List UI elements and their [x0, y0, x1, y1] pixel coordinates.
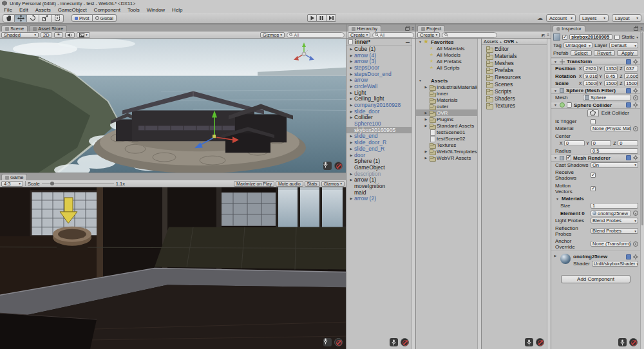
- project-tree-item[interactable]: testScene02: [416, 135, 477, 142]
- game-viewport[interactable]: [0, 187, 346, 349]
- chevron-down-icon[interactable]: ▾: [636, 35, 638, 39]
- radius-field[interactable]: 0.5: [591, 148, 638, 154]
- gear-icon[interactable]: [633, 59, 638, 64]
- folder-item[interactable]: Editor: [482, 45, 547, 52]
- motion-vectors-checkbox[interactable]: [591, 186, 596, 191]
- cloud-icon[interactable]: ☁: [537, 15, 543, 21]
- prefab-revert-button[interactable]: Revert: [594, 50, 615, 56]
- help-icon[interactable]: [626, 155, 631, 160]
- menu-icon[interactable]: ≡: [412, 26, 414, 30]
- help-icon[interactable]: [626, 254, 631, 259]
- microphone-icon[interactable]: [390, 338, 398, 346]
- microphone-icon[interactable]: [323, 162, 332, 170]
- add-component-button[interactable]: Add Component: [561, 275, 630, 283]
- hierarchy-item[interactable]: ▶ circleWall: [346, 83, 412, 90]
- foldout-arrow-icon[interactable]: ▼: [553, 60, 558, 64]
- foldout-arrow-icon[interactable]: ▼: [553, 156, 558, 160]
- expand-arrow-icon[interactable]: ▶: [349, 147, 354, 151]
- hierarchy-item[interactable]: ▶ slide_door: [346, 108, 412, 115]
- expand-arrow-icon[interactable]: ▶: [349, 53, 354, 57]
- gear-icon[interactable]: [633, 155, 638, 160]
- z-value-field[interactable]: 637: [624, 66, 638, 71]
- anchor-override-field[interactable]: None (Transform): [591, 241, 631, 247]
- menu-item[interactable]: Help: [172, 7, 182, 13]
- object-picker-icon[interactable]: [633, 95, 638, 100]
- list-icon[interactable]: ≡: [547, 33, 549, 37]
- cast-shadows-dropdown[interactable]: On▾: [591, 162, 638, 168]
- expand-arrow-icon[interactable]: ▶: [349, 109, 354, 113]
- expand-arrow-icon[interactable]: ▶: [349, 47, 354, 51]
- aspect-ratio-dropdown[interactable]: 4:3▾: [1, 181, 23, 187]
- sphere-collider-header[interactable]: ▼ Sphere Collider: [551, 102, 640, 109]
- scene-search-input[interactable]: [294, 33, 342, 37]
- foldout-arrow-icon[interactable]: ▼: [555, 197, 560, 201]
- hierarchy-item[interactable]: moveIgnition: [346, 183, 412, 189]
- tab-asset-store[interactable]: Asset Store: [29, 25, 67, 32]
- effects-dropdown-button[interactable]: ▾: [77, 32, 90, 38]
- z-value-field[interactable]: 2.606: [624, 73, 638, 79]
- hierarchy-item[interactable]: Sphere (1): [346, 158, 412, 164]
- expand-arrow-icon[interactable]: ▶: [349, 115, 354, 119]
- expand-arrow-icon[interactable]: ▶: [349, 84, 354, 88]
- expand-arrow-icon[interactable]: ▼: [418, 79, 422, 82]
- maximize-on-play-button[interactable]: Maximize on Play: [234, 181, 274, 187]
- layout-dropdown[interactable]: Layout▾: [612, 14, 641, 22]
- play-button[interactable]: [307, 14, 317, 22]
- prefab-apply-button[interactable]: Apply: [617, 50, 638, 56]
- project-tree-item[interactable]: ▶ Standard Assets: [416, 122, 477, 129]
- component-enabled-checkbox[interactable]: [566, 155, 571, 160]
- hierarchy-item[interactable]: ▶ Ceiling_light: [346, 96, 412, 102]
- object-picker-icon[interactable]: [633, 211, 638, 216]
- x-value-field[interactable]: 150000: [583, 80, 598, 86]
- hierarchy-item[interactable]: ▶ description: [346, 171, 412, 177]
- expand-arrow-icon[interactable]: ▶: [349, 103, 354, 107]
- project-tree-item[interactable]: ▶ WebGLTemplates: [416, 148, 477, 155]
- record-disabled-icon[interactable]: [629, 338, 638, 346]
- mesh-field[interactable]: Sphere: [583, 95, 631, 100]
- shading-mode-dropdown[interactable]: Shaded▾: [1, 32, 39, 38]
- folder-item[interactable]: Shaders: [482, 95, 547, 102]
- hierarchy-item[interactable]: ▶ door: [346, 152, 412, 158]
- game-gizmos-dropdown[interactable]: Gizmos▾: [321, 181, 345, 187]
- slider-knob[interactable]: [50, 182, 54, 185]
- pause-button[interactable]: [317, 14, 327, 22]
- menu-icon[interactable]: ≡: [640, 26, 643, 30]
- object-picker-icon[interactable]: [633, 126, 638, 131]
- audio-toggle-button[interactable]: [65, 32, 75, 38]
- hierarchy-item[interactable]: ▶ arrow (2): [346, 196, 412, 202]
- folder-item[interactable]: Resources: [482, 73, 547, 80]
- hierarchy-item[interactable]: GameObject: [346, 164, 412, 171]
- help-icon[interactable]: [626, 88, 631, 93]
- project-search[interactable]: [442, 32, 497, 38]
- breadcrumb-current[interactable]: OVR: [504, 39, 514, 44]
- shader-dropdown[interactable]: Unlit/skyboxShader▾: [592, 261, 638, 267]
- tab-game[interactable]: Game: [1, 174, 27, 180]
- tab-project[interactable]: Project: [417, 25, 445, 32]
- record-disabled-icon[interactable]: [536, 338, 544, 346]
- scene-gizmos-dropdown[interactable]: Gizmos▾: [260, 32, 285, 38]
- folder-item[interactable]: Meshes: [482, 59, 547, 66]
- pivot-toggle-button[interactable]: Pivot: [71, 14, 93, 22]
- folder-item[interactable]: Materials: [482, 52, 547, 59]
- breadcrumb-root[interactable]: Assets: [484, 39, 498, 44]
- hierarchy-item[interactable]: maid: [346, 189, 412, 196]
- expand-arrow-icon[interactable]: ▼: [418, 40, 422, 44]
- hierarchy-item[interactable]: ▶ slide_end_R: [346, 146, 412, 152]
- receive-shadows-checkbox[interactable]: [591, 173, 596, 178]
- scrollbar-thumb[interactable]: [641, 32, 643, 225]
- project-tree-item[interactable]: All Scripts: [416, 64, 477, 71]
- mute-audio-button[interactable]: Mute audio: [276, 181, 303, 187]
- menu-item[interactable]: Edit: [19, 7, 28, 13]
- hierarchy-item[interactable]: skybox20160905: [346, 127, 412, 133]
- help-icon[interactable]: [626, 102, 631, 108]
- scene-viewport[interactable]: [0, 39, 346, 173]
- expand-arrow-icon[interactable]: ▶: [349, 153, 354, 157]
- record-disabled-icon[interactable]: [334, 338, 343, 346]
- folder-item[interactable]: Scripts: [482, 88, 547, 95]
- tag-dropdown[interactable]: Untagged▾: [564, 42, 592, 48]
- microphone-icon[interactable]: [618, 338, 627, 346]
- expand-arrow-icon[interactable]: ▶: [349, 178, 354, 182]
- hierarchy-item[interactable]: ▶ slide_end: [346, 133, 412, 140]
- reflection-probes-dropdown[interactable]: Blend Probes▾: [591, 228, 638, 234]
- move-tool-button[interactable]: [15, 14, 27, 23]
